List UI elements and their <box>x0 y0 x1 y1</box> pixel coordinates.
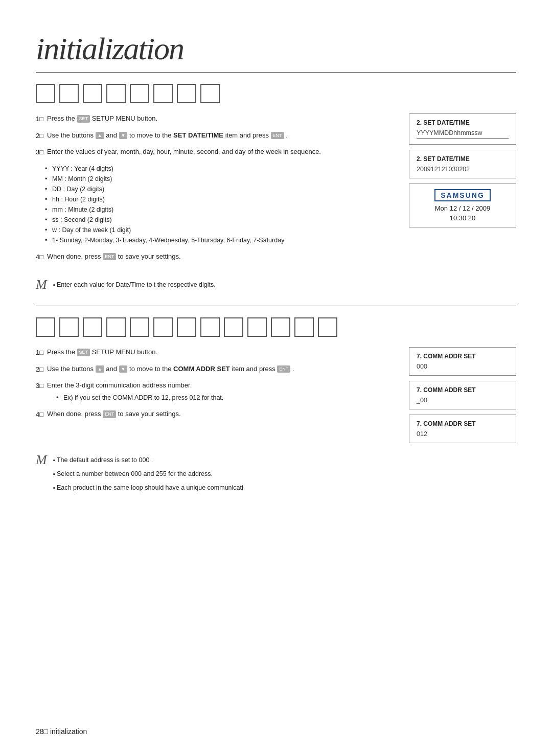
step4-text: When done, press ENT to save your settin… <box>47 251 181 262</box>
step3-num: 3□ <box>36 147 47 157</box>
panel-samsung: SAMSUNG Mon 12 / 12 / 2009 10:30 20 <box>409 184 516 227</box>
ent-btn-2: ENT <box>103 253 116 261</box>
samsung-time: 10:30 20 <box>417 214 509 222</box>
step1-num: 1□ <box>36 113 47 124</box>
step4-num: 4□ <box>36 251 47 262</box>
panel-set-date-1: 2. SET DATE/TIME YYYYMMDDhhmmssw <box>409 113 516 145</box>
comm-panel1-title: 7. COMM ADDR SET <box>417 353 509 360</box>
section1-panels: 2. SET DATE/TIME YYYYMMDDhhmmssw 2. SET … <box>409 113 516 268</box>
s2-title-box-13 <box>318 317 337 337</box>
title-box-7 <box>177 84 196 103</box>
section2-content: 1□ Press the SET SETUP MENU button. 2□ U… <box>36 347 516 443</box>
bullet-dd: DD : Day (2 digits) <box>45 184 394 194</box>
step2-text: Use the buttons ▲ and ▼ to move to the S… <box>47 130 288 141</box>
comm-panel3-value: 012 <box>417 430 509 438</box>
step4: 4□ When done, press ENT to save your set… <box>36 251 394 262</box>
s2-step2-text: Use the buttons ▲ and ▼ to move to the C… <box>47 364 294 375</box>
s2-title-box-11 <box>271 317 290 337</box>
s2-step1: 1□ Press the SET SETUP MENU button. <box>36 347 394 358</box>
panel-comm-2: 7. COMM ADDR SET _00 <box>409 381 516 409</box>
section1-title-boxes <box>36 84 516 103</box>
ent-btn-4: ENT <box>103 410 116 418</box>
title-box-6 <box>153 84 173 103</box>
note2-text-1: The default address is set to 000 . <box>53 453 243 465</box>
s2-step2: 2□ Use the buttons ▲ and ▼ to move to th… <box>36 364 394 375</box>
step2-num: 2□ <box>36 130 47 141</box>
s2-step3-text: Enter the 3-digit communication address … <box>47 380 223 403</box>
panel-set-date-2: 2. SET DATE/TIME 200912121030202 <box>409 150 516 178</box>
panel-comm-1: 7. COMM ADDR SET 000 <box>409 347 516 376</box>
s2-title-box-6 <box>153 317 173 337</box>
ent-btn-1: ENT <box>271 132 284 140</box>
s2-step2-num: 2□ <box>36 364 47 375</box>
note2-text-2: Select a number between 000 and 255 for … <box>53 467 243 479</box>
section2-panels: 7. COMM ADDR SET 000 7. COMM ADDR SET _0… <box>409 347 516 443</box>
note1-text: Enter each value for Date/Time to t the … <box>53 278 216 290</box>
s2-title-box-7 <box>177 317 196 337</box>
s2-step3: 3□ Enter the 3-digit communication addre… <box>36 380 394 403</box>
s2-title-box-5 <box>130 317 149 337</box>
setup-btn-1: SET <box>77 115 90 123</box>
bullet-ss: ss : Second (2 digits) <box>45 215 394 225</box>
section1-divider <box>36 72 516 73</box>
bullet-yyyy: YYYY : Year (4 digits) <box>45 164 394 174</box>
section1-instructions: 1□ Press the SET SETUP MENU button. 2□ U… <box>36 113 394 268</box>
comm-panel2-value: _00 <box>417 397 509 404</box>
s2-step1-num: 1□ <box>36 347 47 358</box>
s2-title-box-9 <box>224 317 243 337</box>
step1-text: Press the SET SETUP MENU button. <box>47 113 157 124</box>
panel1-title: 2. SET DATE/TIME <box>417 119 509 126</box>
s2-title-box-10 <box>247 317 267 337</box>
footer: 28□ initialization <box>36 727 87 736</box>
title-box-4 <box>106 84 126 103</box>
s2-step4-text: When done, press ENT to save your settin… <box>47 409 181 420</box>
panel-comm-3: 7. COMM ADDR SET 012 <box>409 415 516 443</box>
samsung-logo: SAMSUNG <box>417 189 509 201</box>
section2-title-boxes <box>36 317 516 337</box>
s2-bullet-ex: Ex) if you set the COMM ADDR to 12, pres… <box>56 393 223 403</box>
panel2-title: 2. SET DATE/TIME <box>417 155 509 163</box>
samsung-brand: SAMSUNG <box>434 189 491 201</box>
s2-title-box-2 <box>59 317 79 337</box>
s2-title-box-1 <box>36 317 55 337</box>
s2-title-box-12 <box>294 317 314 337</box>
bullet-min: mm : Minute (2 digits) <box>45 204 394 215</box>
section1-content: 1□ Press the SET SETUP MENU button. 2□ U… <box>36 113 516 268</box>
section2-instructions: 1□ Press the SET SETUP MENU button. 2□ U… <box>36 347 394 443</box>
note2-text-3: Each product in the same loop should hav… <box>53 481 243 493</box>
panel1-underline <box>417 139 509 139</box>
note2-row: M The default address is set to 000 . Se… <box>36 453 516 492</box>
up-btn-1: ▲ <box>96 132 104 140</box>
comm-panel2-title: 7. COMM ADDR SET <box>417 386 509 394</box>
step2: 2□ Use the buttons ▲ and ▼ to move to th… <box>36 130 394 141</box>
bullet-mm: MM : Month (2 digits) <box>45 174 394 184</box>
section2: 1□ Press the SET SETUP MENU button. 2□ U… <box>36 306 516 492</box>
comm-panel1-value: 000 <box>417 363 509 370</box>
s2-title-box-4 <box>106 317 126 337</box>
bullet-w: w : Day of the week (1 digit) <box>45 225 394 235</box>
s2-bullet-list: Ex) if you set the COMM ADDR to 12, pres… <box>56 393 223 403</box>
panel2-value: 200912121030202 <box>417 166 509 173</box>
up-btn-2: ▲ <box>96 365 104 373</box>
note1-row: M Enter each value for Date/Time to t th… <box>36 278 516 291</box>
ent-btn-3: ENT <box>277 365 290 373</box>
step1: 1□ Press the SET SETUP MENU button. <box>36 113 394 124</box>
s2-title-box-8 <box>200 317 220 337</box>
step3-text: Enter the values of year, month, day, ho… <box>47 147 321 157</box>
section1-bullet-list: YYYY : Year (4 digits) MM : Month (2 dig… <box>45 164 394 245</box>
s2-step4: 4□ When done, press ENT to save your set… <box>36 409 394 420</box>
bullet-hh: hh : Hour (2 digits) <box>45 194 394 204</box>
samsung-date: Mon 12 / 12 / 2009 <box>417 204 509 212</box>
comm-panel3-title: 7. COMM ADDR SET <box>417 420 509 427</box>
title-box-3 <box>83 84 102 103</box>
step3: 3□ Enter the values of year, month, day,… <box>36 147 394 157</box>
note1-m-icon: M <box>36 278 48 291</box>
title-box-5 <box>130 84 149 103</box>
s2-step3-num: 3□ <box>36 380 47 403</box>
page-title: initialization <box>36 31 516 67</box>
title-box-1 <box>36 84 55 103</box>
setup-btn-2: SET <box>77 349 90 356</box>
note2-text-block: The default address is set to 000 . Sele… <box>53 453 243 492</box>
title-box-8 <box>200 84 220 103</box>
footer-text: 28□ initialization <box>36 727 87 736</box>
